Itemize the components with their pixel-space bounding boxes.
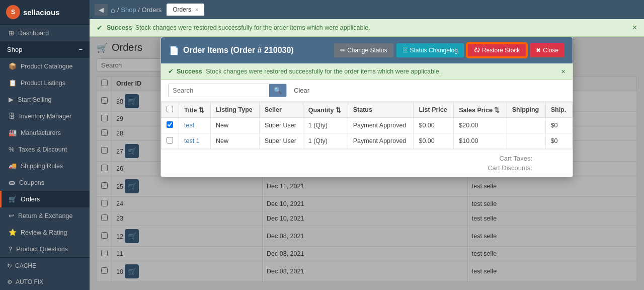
taxes-icon: % (9, 146, 15, 153)
sidebar-label-manufacturers: Manufacturers (21, 129, 61, 136)
modal-row-list-price: $0.00 (414, 133, 454, 149)
modal-col-shipping: Shipping (507, 102, 545, 118)
sidebar-item-review-rating[interactable]: ⭐ Review & Rating (0, 224, 90, 241)
modal-row-title-link[interactable]: test 1 (184, 137, 200, 144)
autofix-icon: ⚙ (7, 278, 13, 285)
modal-col-checkbox (162, 102, 179, 118)
cart-discounts-row: Cart Discounts: (488, 164, 566, 172)
sidebar-cache[interactable]: ↻ CACHE (0, 258, 90, 274)
review-icon: ⭐ (9, 229, 17, 236)
sidebar-label-inventory-manager: Inventory Manager (19, 113, 71, 120)
change-status-label: Change Status (347, 47, 387, 54)
modal-clear-button[interactable]: Clear (290, 84, 313, 97)
modal-row-status: Payment Approved (348, 118, 414, 133)
cache-label: CACHE (15, 262, 36, 269)
change-status-icon: ✏ (340, 47, 345, 54)
modal-row-checkbox[interactable] (167, 121, 173, 128)
breadcrumb-orders: Orders (142, 6, 162, 14)
modal-row-listing-type: New (211, 118, 260, 133)
restore-stock-button[interactable]: 🗘 Restore Stock (467, 43, 527, 57)
modal-col-title: Title ⇅ (179, 102, 211, 118)
sidebar-item-orders[interactable]: 🛒 Orders (0, 191, 90, 207)
sidebar-label-taxes-discount: Taxes & Discount (19, 146, 67, 153)
sidebar-autofix[interactable]: ⚙ AUTO FIX (0, 274, 90, 290)
topbar-tab-orders[interactable]: Orders × (167, 4, 204, 16)
logo-icon: S (6, 5, 20, 19)
success-banner: ✔ Success Stock changes were restored su… (90, 19, 644, 37)
sidebar-item-dashboard[interactable]: ⊞ Dashboard (0, 25, 90, 41)
autofix-label: AUTO FIX (16, 278, 43, 285)
questions-icon: ? (9, 245, 12, 253)
modal-col-list-price: List Price (414, 102, 454, 118)
success-banner-close[interactable]: × (632, 23, 637, 32)
sidebar-item-product-questions[interactable]: ? Product Questions (0, 241, 90, 257)
modal-search-button[interactable]: 🔍 (269, 84, 286, 97)
orders-icon: 🛒 (9, 195, 17, 203)
topbar: ◀ ⌂ / Shop / Orders Orders × (90, 0, 644, 19)
modal-close-button[interactable]: ✖ Close (530, 43, 565, 57)
back-button[interactable]: ◀ (95, 4, 108, 16)
modal-row-sales-price: $10.00 (454, 133, 507, 149)
modal-row-ship: $0 (545, 118, 572, 133)
modal-col-status: Status (348, 102, 414, 118)
manufacturers-icon: 🏭 (9, 129, 17, 136)
success-check-icon: ✔ (97, 24, 103, 32)
modal-table-row: test 1 New Super User 1 (Qty) Payment Ap… (162, 133, 573, 149)
restore-stock-label: Restore Stock (482, 47, 520, 54)
success-label: Success (107, 24, 132, 31)
change-status-button[interactable]: ✏ Change Status (334, 43, 393, 57)
modal-success-label: Success (177, 68, 202, 75)
modal-search-input[interactable] (169, 84, 269, 97)
cache-icon: ↻ (7, 262, 12, 269)
cart-taxes-label: Cart Taxes: (499, 155, 532, 162)
modal-row-seller: Super User (259, 118, 303, 133)
sidebar-item-shipping-rules[interactable]: 🚚 Shipping Rules (0, 158, 90, 174)
restore-stock-icon: 🗘 (474, 47, 480, 54)
logo-text: sellacious (23, 8, 60, 17)
sidebar-label-product-catalogue: Product Catalogue (21, 63, 73, 70)
tab-close-button[interactable]: × (195, 7, 198, 13)
modal-row-list-price: $0.00 (414, 118, 454, 133)
modal-row-title-link[interactable]: test (184, 122, 194, 129)
sidebar-item-product-listings[interactable]: 📋 Product Listings (0, 75, 90, 91)
modal-success-close[interactable]: × (561, 67, 566, 76)
sidebar-item-product-catalogue[interactable]: 📦 Product Catalogue (0, 58, 90, 75)
sidebar-label-orders: Orders (21, 196, 40, 203)
modal-select-all[interactable] (167, 106, 173, 112)
breadcrumb-shop[interactable]: Shop (121, 6, 136, 14)
modal-search-wrap: 🔍 (168, 84, 287, 97)
modal-footer: Cart Taxes: Cart Discounts: (161, 149, 573, 177)
sidebar-item-return-exchange[interactable]: ↩ Return & Exchange (0, 207, 90, 224)
modal-col-quantity: Quantity ⇅ (303, 102, 348, 118)
modal-row-status: Payment Approved (348, 133, 414, 149)
modal-close-icon: ✖ (536, 47, 541, 54)
sidebar-shop-collapse-icon: − (78, 46, 83, 53)
modal-row-listing-type: New (211, 133, 260, 149)
sidebar-item-inventory-manager[interactable]: 🗄 Inventory Manager (0, 108, 90, 124)
status-changelog-icon: ☰ (403, 47, 408, 54)
modal-row-shipping (507, 118, 545, 133)
modal-overlay: 📄 Order Items (Order # 210030) ✏ Change … (90, 37, 644, 290)
sidebar-item-taxes-discount[interactable]: % Taxes & Discount (0, 141, 90, 158)
modal-toolbar: 🔍 Clear (161, 80, 573, 102)
modal-table-wrap: Title ⇅ Listing Type Seller Quantity ⇅ S… (161, 102, 573, 149)
shipping-icon: 🚚 (9, 162, 17, 170)
sidebar-label-shipping-rules: Shipping Rules (21, 163, 63, 170)
sidebar-shop-header[interactable]: Shop − (0, 41, 90, 58)
sidebar-label-return-exchange: Return & Exchange (18, 212, 72, 220)
sidebar-item-coupons[interactable]: 🎟 Coupons (0, 174, 90, 191)
modal-col-sales-price: Sales Price ⇅ (454, 102, 507, 118)
cart-discounts-label: Cart Discounts: (488, 164, 532, 172)
home-button[interactable]: ⌂ (111, 6, 115, 14)
modal-title: Order Items (Order # 210030) (183, 46, 294, 55)
sidebar-item-manufacturers[interactable]: 🏭 Manufacturers (0, 124, 90, 141)
sidebar-label-review-rating: Review & Rating (21, 229, 67, 236)
status-changelog-button[interactable]: ☰ Status Changelog (396, 43, 464, 57)
modal-table-row: test New Super User 1 (Qty) Payment Appr… (162, 118, 573, 133)
modal-row-seller: Super User (259, 133, 303, 149)
modal-close-label: Close (543, 47, 558, 54)
dashboard-icon: ⊞ (9, 29, 14, 37)
modal-row-checkbox[interactable] (167, 137, 173, 143)
modal-items-table: Title ⇅ Listing Type Seller Quantity ⇅ S… (161, 102, 573, 149)
sidebar-item-start-selling[interactable]: ▶ Start Selling (0, 91, 90, 108)
